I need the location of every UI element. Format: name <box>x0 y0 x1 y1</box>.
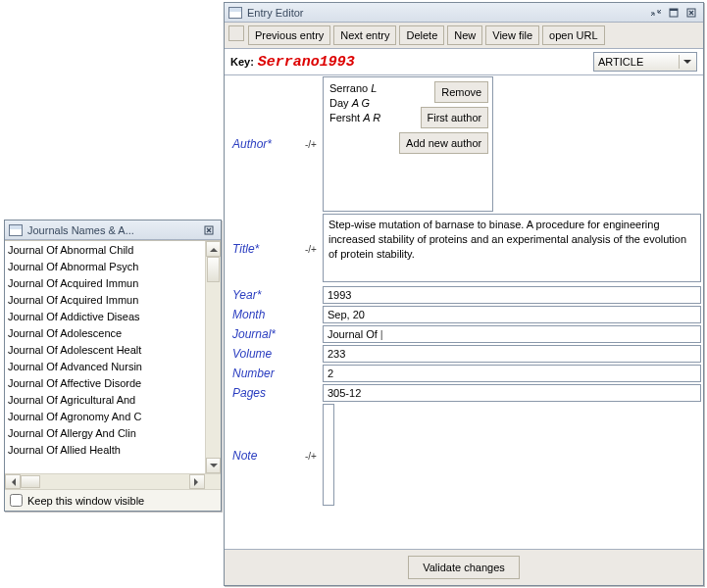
view-file-button[interactable]: View file <box>485 25 539 45</box>
editor-titlebar[interactable]: Entry Editor <box>225 3 703 23</box>
maximize-icon[interactable] <box>666 6 682 20</box>
author-row[interactable]: Fersht A R <box>329 111 380 125</box>
list-item[interactable]: Journal Of Allied Health <box>8 442 205 459</box>
title-field[interactable]: Step-wise mutation of barnase to binase.… <box>323 214 701 282</box>
pages-label: Pages <box>225 383 299 403</box>
volume-spacer <box>299 344 323 364</box>
scroll-up-button[interactable] <box>206 241 221 257</box>
entry-type-select[interactable]: ARTICLE <box>593 52 697 72</box>
journal-field[interactable]: Journal Of <box>323 325 701 343</box>
month-label: Month <box>225 305 299 324</box>
title-label: Title* <box>225 213 299 285</box>
scroll-left-button[interactable] <box>5 474 21 489</box>
journal-spacer <box>299 324 323 344</box>
title-toggle[interactable]: -/+ <box>299 213 323 285</box>
number-label: Number <box>225 364 299 383</box>
list-item[interactable]: Journal Of Acquired Immun <box>8 275 205 292</box>
keep-visible-label: Keep this window visible <box>27 495 144 507</box>
list-item[interactable]: Journal Of Abnormal Child <box>8 242 205 259</box>
list-item[interactable]: Journal Of Allergy And Clin <box>8 425 205 442</box>
list-item[interactable]: Journal Of Adolescent Healt <box>8 342 205 359</box>
toolbar-spacer <box>228 25 244 41</box>
vertical-scrollbar[interactable] <box>205 241 221 473</box>
scroll-down-button[interactable] <box>206 458 221 473</box>
list-item[interactable]: Journal Of Addictive Diseas <box>8 309 205 325</box>
key-label: Key: <box>230 56 254 68</box>
list-item[interactable]: Journal Of Affective Disorde <box>8 375 205 392</box>
scroll-right-button[interactable] <box>189 474 205 489</box>
editor-title: Entry Editor <box>247 7 648 19</box>
number-field[interactable] <box>323 365 701 382</box>
author-row[interactable]: Day A G <box>329 96 380 111</box>
journals-window: Journals Names & A... Journal Of Abnorma… <box>4 220 222 512</box>
month-field[interactable] <box>323 306 701 323</box>
list-item[interactable]: Journal Of Agronomy And C <box>8 409 205 425</box>
keep-visible-row: Keep this window visible <box>5 489 221 511</box>
window-icon <box>228 7 242 19</box>
note-label: Note <box>225 403 299 509</box>
bottom-bar: Validate changes <box>225 549 703 585</box>
previous-entry-button[interactable]: Previous entry <box>248 25 330 45</box>
author-list[interactable]: Serrano LDay A GFersht A R <box>324 77 386 211</box>
pages-field[interactable] <box>323 384 701 402</box>
open-url-button[interactable]: open URL <box>542 25 605 45</box>
remove-author-button[interactable]: Remove <box>434 81 488 103</box>
month-spacer <box>299 305 323 324</box>
keep-visible-checkbox[interactable] <box>10 494 23 507</box>
volume-field[interactable] <box>323 345 701 363</box>
chevron-down-icon <box>679 55 694 69</box>
author-box: Serrano LDay A GFersht A R Remove First … <box>323 76 493 212</box>
author-label: Author* <box>225 75 299 213</box>
author-row[interactable]: Serrano L <box>329 81 380 96</box>
list-item[interactable]: Journal Of Adolescence <box>8 325 205 342</box>
key-value[interactable]: Serrano1993 <box>258 54 593 71</box>
author-toggle[interactable]: -/+ <box>299 75 323 213</box>
year-spacer <box>299 285 323 305</box>
entry-type-value: ARTICLE <box>598 56 643 68</box>
scroll-thumb[interactable] <box>207 257 220 282</box>
note-field[interactable] <box>323 404 334 506</box>
list-item[interactable]: Journal Of Abnormal Psych <box>8 259 205 275</box>
close-icon[interactable] <box>683 6 699 20</box>
horizontal-scrollbar[interactable] <box>5 473 221 489</box>
entry-editor-window: Entry Editor Previous entry Next entry D… <box>224 2 704 586</box>
key-row: Key: Serrano1993 ARTICLE <box>225 49 703 75</box>
note-toggle[interactable]: -/+ <box>299 403 323 509</box>
scroll-track[interactable] <box>206 257 221 458</box>
scroll-corner <box>205 474 221 489</box>
list-item[interactable]: Journal Of Advanced Nursin <box>8 359 205 375</box>
journals-list[interactable]: Journal Of Abnormal ChildJournal Of Abno… <box>5 241 205 473</box>
next-entry-button[interactable]: Next entry <box>333 25 396 45</box>
first-author-button[interactable]: First author <box>421 107 489 128</box>
volume-label: Volume <box>225 344 299 364</box>
restore-icon[interactable] <box>648 6 664 20</box>
list-item[interactable]: Journal Of Agricultural And <box>8 392 205 409</box>
editor-toolbar: Previous entry Next entry Delete New Vie… <box>225 23 703 49</box>
year-label: Year* <box>225 285 299 305</box>
close-icon[interactable] <box>201 223 217 237</box>
journals-title: Journals Names & A... <box>27 224 201 236</box>
journals-titlebar[interactable]: Journals Names & A... <box>5 220 221 240</box>
new-button[interactable]: New <box>447 25 482 45</box>
hscroll-track[interactable] <box>21 474 189 489</box>
delete-button[interactable]: Delete <box>399 25 444 45</box>
number-spacer <box>299 364 323 383</box>
pages-spacer <box>299 383 323 403</box>
hscroll-thumb[interactable] <box>21 475 40 488</box>
validate-button[interactable]: Validate changes <box>408 556 520 579</box>
journal-label: Journal* <box>225 324 299 344</box>
window-icon <box>9 224 23 236</box>
list-item[interactable]: Journal Of Acquired Immun <box>8 292 205 309</box>
year-field[interactable] <box>323 286 701 304</box>
add-author-button[interactable]: Add new author <box>399 132 488 154</box>
